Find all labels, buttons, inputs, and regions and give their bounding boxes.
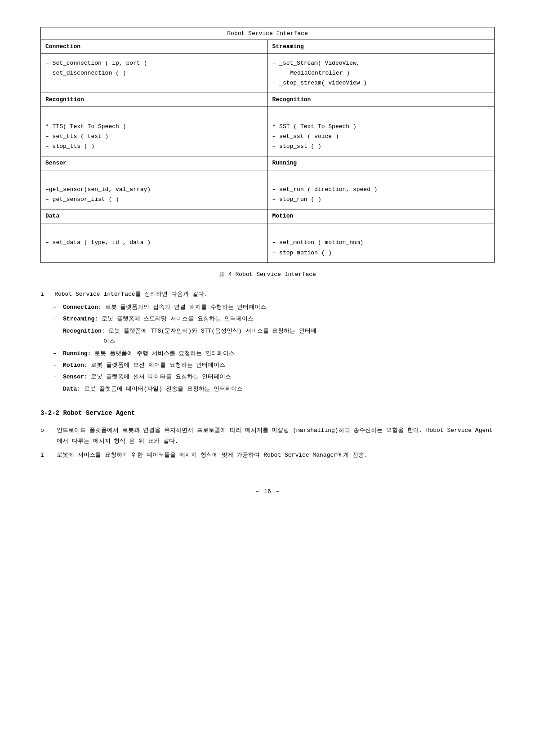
dash-marker-5: – bbox=[53, 360, 63, 370]
section-322-heading: 3-2-2 Robot Service Agent bbox=[40, 408, 495, 419]
dash-marker-4: – bbox=[53, 348, 63, 359]
table-cell-recognition2-content: * SST ( Text To Speech ) – set_sst ( voi… bbox=[268, 107, 495, 156]
summary-item-running: – Running: 로봇 플랫폼에 주행 서비스를 요청하는 인터페이스 bbox=[53, 348, 495, 359]
rec2-line3: – stop_sst ( ) bbox=[272, 142, 490, 151]
page-number: － 16 － bbox=[40, 487, 495, 495]
summary-item-streaming-text: Streaming: 로봇 플랫폼에 스트리밍 서비스를 요청하는 인터페이스 bbox=[63, 314, 495, 324]
table-cell-running-header: Running bbox=[268, 156, 495, 170]
running-line1: – set_run ( direction, speed ) bbox=[272, 185, 490, 195]
rec1-line3: – stop_tts ( ) bbox=[45, 142, 263, 151]
table-caption: 표 4 Robot Service Interface bbox=[40, 270, 495, 278]
table-title: Robot Service Interface bbox=[41, 27, 495, 40]
connection-line2: – set_disconnection ( ) bbox=[45, 68, 263, 78]
data-line1: – set_data ( type, id , data ) bbox=[45, 238, 263, 248]
table-cell-recognition1-content: * TTS( Text To Speech ) – set_tts ( text… bbox=[41, 107, 268, 156]
dash-marker-3: – bbox=[53, 326, 63, 347]
motion-line0 bbox=[272, 228, 490, 238]
section-322-item-o: o 안드로이드 플랫폼에서 로봇과 연결을 유지하면서 프로토콜에 따라 메시지… bbox=[40, 425, 495, 446]
section-322-item-o-text: 안드로이드 플랫폼에서 로봇과 연결을 유지하면서 프로토콜에 따라 메시지를 … bbox=[57, 425, 495, 446]
sensor-line2: – get_sensor_list ( ) bbox=[45, 195, 263, 205]
table-cell-sensor-header: Sensor bbox=[41, 156, 268, 170]
summary-item-data-text: Data: 로봇 플랫폼에 데이터(파일) 전송을 요청하는 인터페이스 bbox=[63, 384, 495, 394]
sensor-line0 bbox=[45, 175, 263, 185]
streaming-line2: MediaController ) bbox=[272, 68, 490, 78]
marker-i2: i bbox=[40, 450, 57, 460]
table-cell-streaming-content: – _set_Stream( VideoView, MediaControlle… bbox=[268, 54, 495, 93]
summary-item-streaming: – Streaming: 로봇 플랫폼에 스트리밍 서비스를 요청하는 인터페이… bbox=[53, 314, 495, 324]
table-cell-streaming-header: Streaming bbox=[268, 40, 495, 54]
dash-marker-1: – bbox=[53, 302, 63, 312]
summary-item-running-text: Running: 로봇 플랫폼에 주행 서비스를 요청하는 인터페이스 bbox=[63, 348, 495, 359]
summary-item-sensor-text: Sensor: 로봇 플랫폼에 센서 데이터를 요청하는 인터페이스 bbox=[63, 372, 495, 382]
running-line2: – stop_run ( ) bbox=[272, 195, 490, 205]
dash-marker-2: – bbox=[53, 314, 63, 324]
recognition-continuation: 이스 bbox=[103, 338, 115, 345]
streaming-line3: – _stop_stream( videoView ) bbox=[272, 78, 490, 88]
marker-o: o bbox=[40, 425, 57, 446]
rec1-line1: * TTS( Text To Speech ) bbox=[45, 122, 263, 132]
rec1-line0 bbox=[45, 111, 263, 121]
dash-marker-6: – bbox=[53, 372, 63, 382]
summary-intro-text: Robot Service Interface를 정리하면 다음과 같다. bbox=[54, 289, 495, 299]
running-line0 bbox=[272, 175, 490, 185]
table-cell-data-header: Data bbox=[41, 209, 268, 223]
motion-line1: – set_motion ( motion_num) bbox=[272, 238, 490, 248]
summary-item-connection: – Connection: 로봇 플랫폼과의 접속과 연결 해지를 수행하는 인… bbox=[53, 302, 495, 312]
table-cell-running-content: – set_run ( direction, speed ) – stop_ru… bbox=[268, 170, 495, 209]
rec2-line0 bbox=[272, 111, 490, 121]
dash-marker-7: – bbox=[53, 384, 63, 394]
summary-item-recognition: – Recognition: 로봇 플랫폼에 TTS(문자인식)와 STT(음성… bbox=[53, 326, 495, 347]
table-cell-recognition2-header: Recognition bbox=[268, 93, 495, 107]
streaming-line1: – _set_Stream( VideoView, bbox=[272, 58, 490, 68]
table-cell-recognition1-header: Recognition bbox=[41, 93, 268, 107]
table-cell-motion-content: – set_motion ( motion_num) – stop_motion… bbox=[268, 223, 495, 262]
summary-section: i Robot Service Interface를 정리하면 다음과 같다. … bbox=[40, 289, 495, 395]
robot-service-table: Robot Service Interface Connection Strea… bbox=[40, 27, 495, 263]
section-322-item-i: i 로봇에 서비스를 요청하기 위한 데이터들을 메시지 형식에 맞게 가공하여… bbox=[40, 450, 495, 460]
table-cell-sensor-content: –get_sensor(sen_id, val_array) – get_sen… bbox=[41, 170, 268, 209]
section-322-item-i-text: 로봇에 서비스를 요청하기 위한 데이터들을 메시지 형식에 맞게 가공하여 R… bbox=[57, 450, 495, 460]
table-cell-connection-header: Connection bbox=[41, 40, 268, 54]
summary-item-data: – Data: 로봇 플랫폼에 데이터(파일) 전송을 요청하는 인터페이스 bbox=[53, 384, 495, 394]
summary-intro: i Robot Service Interface를 정리하면 다음과 같다. bbox=[40, 289, 495, 299]
rec1-line2: – set_tts ( text ) bbox=[45, 132, 263, 142]
table-cell-motion-header: Motion bbox=[268, 209, 495, 223]
rec2-line1: * SST ( Text To Speech ) bbox=[272, 122, 490, 132]
page-content: Robot Service Interface Connection Strea… bbox=[40, 27, 495, 495]
summary-intro-marker: i bbox=[40, 289, 54, 299]
table-cell-connection-content: – Set_connection ( ip, port ) – set_disc… bbox=[41, 54, 268, 93]
sensor-line1: –get_sensor(sen_id, val_array) bbox=[45, 185, 263, 195]
section-322: 3-2-2 Robot Service Agent o 안드로이드 플랫폼에서 … bbox=[40, 408, 495, 460]
summary-item-sensor: – Sensor: 로봇 플랫폼에 센서 데이터를 요청하는 인터페이스 bbox=[53, 372, 495, 382]
summary-item-connection-text: Connection: 로봇 플랫폼과의 접속과 연결 해지를 수행하는 인터페… bbox=[63, 302, 495, 312]
summary-item-motion-text: Motion: 로봇 플랫폼에 모션 제어를 요청하는 인터페이스 bbox=[63, 360, 495, 370]
summary-item-motion: – Motion: 로봇 플랫폼에 모션 제어를 요청하는 인터페이스 bbox=[53, 360, 495, 370]
table-cell-data-content: – set_data ( type, id , data ) bbox=[41, 223, 268, 262]
motion-line2: – stop_motion ( ) bbox=[272, 248, 490, 258]
data-line0 bbox=[45, 228, 263, 238]
rec2-line2: – set_sst ( voice ) bbox=[272, 132, 490, 142]
connection-line1: – Set_connection ( ip, port ) bbox=[45, 58, 263, 68]
summary-item-recognition-text: Recognition: 로봇 플랫폼에 TTS(문자인식)와 STT(음성인식… bbox=[63, 326, 495, 347]
